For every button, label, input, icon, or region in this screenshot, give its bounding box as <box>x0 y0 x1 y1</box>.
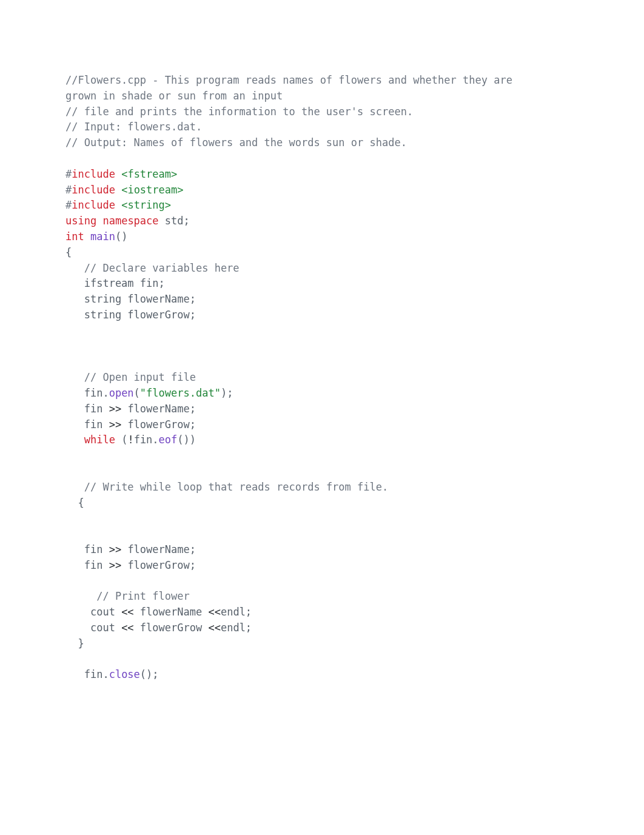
code-line: } <box>65 636 579 652</box>
code-token: // Write while loop that reads records f… <box>84 481 389 493</box>
code-line <box>65 464 579 480</box>
code-token: } <box>65 637 84 649</box>
code-token: <fstream> <box>121 168 177 180</box>
code-line: // Input: flowers.dat. <box>65 119 579 135</box>
code-line: #include <fstream> <box>65 167 579 183</box>
code-line: using namespace std; <box>65 213 579 229</box>
code-token: >> <box>109 543 121 555</box>
code-token <box>115 184 121 196</box>
code-token: //Flowers.cpp - This program reads names… <box>65 74 512 86</box>
code-line: // Write while loop that reads records f… <box>65 480 579 495</box>
code-token: open <box>109 387 134 399</box>
code-token: while <box>84 434 115 446</box>
code-token: fin <box>65 543 109 555</box>
code-token: ( <box>134 387 140 399</box>
code-token: endl; <box>221 622 252 634</box>
code-line: cout << flowerName <<endl; <box>65 605 579 620</box>
code-token: fin. <box>65 668 109 680</box>
code-token: fin <box>65 418 109 431</box>
code-token: >> <box>109 418 121 431</box>
code-token: fin. <box>134 434 159 446</box>
code-token: std; <box>159 215 190 227</box>
code-token: flowerName; <box>121 403 196 415</box>
code-token: >> <box>109 559 121 571</box>
code-token: include <box>72 184 115 196</box>
code-token: <iostream> <box>121 184 183 196</box>
code-line <box>65 574 579 589</box>
code-line: { <box>65 245 579 261</box>
code-token: # <box>65 184 72 196</box>
code-token: # <box>65 168 72 180</box>
code-token: include <box>72 168 115 180</box>
code-token: namespace <box>102 215 158 227</box>
code-token: { <box>65 246 72 258</box>
code-line: fin >> flowerGrow; <box>65 558 579 574</box>
code-token: << <box>208 606 220 618</box>
code-token: fin <box>65 403 109 415</box>
code-token: // Output: Names of flowers and the word… <box>65 136 407 149</box>
code-line: grown in shade or sun from an input <box>65 89 579 104</box>
code-token: main <box>90 230 115 243</box>
code-token: ifstream fin; <box>65 277 165 289</box>
code-token <box>84 230 90 243</box>
code-token: << <box>121 622 133 634</box>
code-token: # <box>65 199 72 211</box>
code-line: fin >> flowerGrow; <box>65 417 579 433</box>
code-line: fin.open("flowers.dat"); <box>65 386 579 401</box>
code-block: //Flowers.cpp - This program reads names… <box>65 73 579 683</box>
code-token: <string> <box>121 199 171 211</box>
code-token <box>96 215 102 227</box>
code-line: { <box>65 495 579 511</box>
code-line: // Output: Names of flowers and the word… <box>65 135 579 151</box>
code-token: fin. <box>65 387 109 399</box>
code-token: << <box>208 622 220 634</box>
code-line <box>65 651 579 667</box>
code-token: string flowerGrow; <box>65 309 196 321</box>
code-line: fin >> flowerName; <box>65 401 579 417</box>
code-line: int main() <box>65 229 579 245</box>
code-line <box>65 448 579 464</box>
code-line: string flowerGrow; <box>65 307 579 323</box>
code-line <box>65 151 579 167</box>
code-line: // Print flower <box>65 589 579 605</box>
code-line <box>65 323 579 339</box>
code-token: { <box>65 497 84 509</box>
code-token: // Input: flowers.dat. <box>65 121 202 133</box>
code-token <box>115 168 121 180</box>
code-line: #include <string> <box>65 198 579 213</box>
code-token: cout <box>65 622 121 634</box>
code-token: eof <box>159 434 178 446</box>
code-token: "flowers.dat" <box>140 387 221 399</box>
code-token: using <box>65 215 96 227</box>
code-token <box>65 434 84 446</box>
code-token: ); <box>221 387 233 399</box>
code-token: (); <box>140 668 159 680</box>
code-line: cout << flowerGrow <<endl; <box>65 620 579 636</box>
code-line <box>65 526 579 542</box>
code-token: fin <box>65 559 109 571</box>
code-line: //Flowers.cpp - This program reads names… <box>65 73 579 89</box>
code-line: string flowerName; <box>65 292 579 307</box>
code-token <box>65 371 84 383</box>
code-token: ! <box>127 434 133 446</box>
code-token <box>65 481 84 493</box>
code-token: flowerGrow; <box>121 559 196 571</box>
code-token: include <box>72 199 115 211</box>
code-line <box>65 511 579 526</box>
code-token: flowerGrow <box>134 622 209 634</box>
code-token: flowerGrow; <box>121 418 196 431</box>
code-line: #include <iostream> <box>65 183 579 198</box>
code-token: grown in shade or sun from an input <box>65 90 283 102</box>
code-line <box>65 354 579 370</box>
code-token <box>65 590 96 602</box>
code-token: >> <box>109 403 121 415</box>
code-token <box>115 199 121 211</box>
code-line: while (!fin.eof()) <box>65 432 579 448</box>
code-line: // Open input file <box>65 370 579 386</box>
code-token: // Print flower <box>96 590 190 602</box>
code-token: endl; <box>221 606 252 618</box>
code-token: ()) <box>177 434 196 446</box>
code-token: << <box>121 606 133 618</box>
code-token: flowerName <box>134 606 209 618</box>
code-token: cout <box>65 606 121 618</box>
